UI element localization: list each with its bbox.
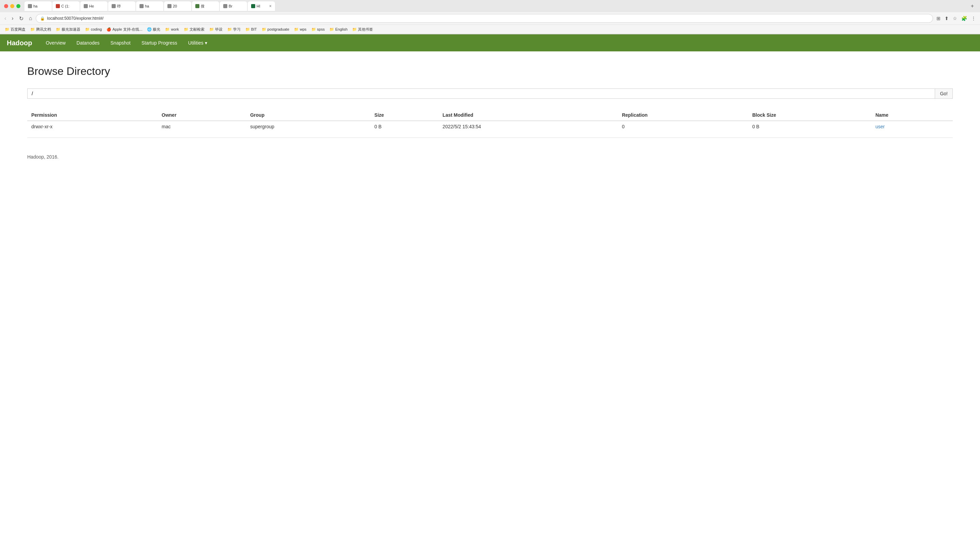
tab-favicon — [84, 4, 88, 8]
cell-replication: 0 — [618, 121, 748, 132]
bookmark-label: 腾讯文档 — [36, 27, 51, 32]
bookmark-button[interactable]: ☆ — [951, 15, 959, 22]
col-permission: Permission — [27, 110, 158, 121]
bookmark-item-coding[interactable]: 📁 coding — [83, 27, 104, 32]
file-link-user[interactable]: user — [875, 124, 885, 129]
browser-tab[interactable]: 搜 — [192, 2, 219, 11]
hadoop-brand[interactable]: Hadoop — [7, 39, 32, 47]
cell-owner: mac — [158, 121, 246, 132]
tab-close-icon[interactable]: × — [269, 4, 271, 8]
minimize-button[interactable] — [10, 4, 14, 8]
nav-link-startup-progress[interactable]: Startup Progress — [136, 36, 183, 50]
extensions-button[interactable]: 🧩 — [960, 15, 969, 22]
browser-tab[interactable]: 哔 — [108, 2, 136, 11]
maximize-button[interactable] — [16, 4, 20, 8]
browser-tab-active[interactable]: Hl × — [248, 2, 275, 11]
directory-path-input[interactable] — [27, 89, 935, 99]
footer: Hadoop, 2016. — [27, 154, 953, 160]
browser-tab[interactable]: He — [80, 2, 108, 11]
bookmark-label: BIT — [251, 27, 257, 31]
bookmark-item-bit[interactable]: 📁 BIT — [243, 27, 259, 32]
go-button[interactable]: Go! — [935, 89, 953, 99]
bookmark-label: work — [171, 27, 179, 31]
forward-button[interactable]: › — [10, 15, 15, 22]
lock-icon: 🔒 — [40, 16, 45, 21]
bookmark-item-spss[interactable]: 📁 spss — [309, 27, 327, 32]
folder-icon: 📁 — [312, 27, 316, 32]
bookmark-label: 学习 — [233, 27, 241, 32]
bookmark-item-xuexi[interactable]: 📁 学习 — [225, 26, 243, 33]
title-bar: ha C (1: He 哔 ha 20 — [0, 0, 980, 12]
bookmark-item-baidupan[interactable]: 📁 百度网盘 — [3, 26, 27, 33]
nav-link-utilities[interactable]: Utilities ▾ — [183, 36, 213, 50]
reload-button[interactable]: ↻ — [17, 15, 25, 23]
table-header: Permission Owner Group Size Last Modifie… — [27, 110, 953, 121]
bookmark-label: spss — [317, 27, 325, 31]
bookmark-item-bishe[interactable]: 📁 毕设 — [207, 26, 224, 33]
browser-tab[interactable]: ha — [24, 2, 52, 11]
globe-icon: 🌐 — [147, 27, 152, 32]
bookmark-item-jiguang[interactable]: 📁 极光加速器 — [54, 26, 82, 33]
tab-favicon — [195, 4, 199, 8]
close-button[interactable] — [4, 4, 8, 8]
bookmark-item-tencent[interactable]: 📁 腾讯文档 — [28, 26, 53, 33]
traffic-lights — [4, 4, 20, 8]
bookmark-item-jiguang2[interactable]: 🌐 极光 — [145, 26, 162, 33]
folder-icon: 📁 — [184, 27, 189, 32]
bookmark-label: 百度网盘 — [11, 27, 26, 32]
bookmark-item-other[interactable]: 📁 其他书签 — [350, 26, 375, 33]
bookmark-item-wenxian[interactable]: 📁 文献检索 — [182, 26, 207, 33]
folder-icon: 📁 — [294, 27, 299, 32]
bookmark-item-postgrad[interactable]: 📁 postgraduate — [260, 27, 291, 32]
dropdown-caret-icon: ▾ — [205, 40, 207, 45]
nav-link-snapshot[interactable]: Snapshot — [105, 36, 136, 50]
utilities-label: Utilities — [188, 40, 203, 45]
tab-label: 搜 — [201, 4, 216, 9]
back-button[interactable]: ‹ — [3, 15, 8, 22]
address-bar[interactable]: 🔒 localhost:50070/explorer.html#/ — [36, 14, 933, 23]
tab-favicon — [111, 4, 116, 8]
bookmark-item-english[interactable]: 📁 English — [327, 27, 349, 32]
browser-tab[interactable]: 20 — [164, 2, 191, 11]
folder-icon: 📁 — [56, 27, 61, 32]
col-replication: Replication — [618, 110, 748, 121]
bookmark-item-wps[interactable]: 📁 wps — [292, 27, 308, 32]
folder-icon: 📁 — [329, 27, 334, 32]
nav-link-overview[interactable]: Overview — [40, 36, 71, 50]
bookmarks-bar: 📁 百度网盘 📁 腾讯文档 📁 极光加速器 📁 coding 🍎 Apple 支… — [0, 24, 980, 34]
home-button[interactable]: ⌂ — [27, 15, 34, 22]
bookmark-item-work[interactable]: 📁 work — [163, 27, 181, 32]
new-tab-button[interactable]: + — [969, 3, 976, 9]
address-bar-actions: ⊞ ⬆ ☆ 🧩 ⋮ — [935, 15, 977, 22]
bookmark-item-apple[interactable]: 🍎 Apple 支持-在线... — [105, 26, 144, 33]
table-row: drwxr-xr-x mac supergroup 0 B 2022/5/2 1… — [27, 121, 953, 132]
hadoop-navbar: Hadoop Overview Datanodes Snapshot Start… — [0, 34, 980, 52]
tab-label: Hl — [257, 4, 266, 8]
cell-name: user — [872, 121, 953, 132]
col-size: Size — [370, 110, 438, 121]
bookmark-label: 极光加速器 — [61, 27, 80, 32]
tab-label: He — [89, 4, 104, 8]
nav-link-datanodes[interactable]: Datanodes — [71, 36, 105, 50]
tab-favicon — [139, 4, 144, 8]
browser-tab[interactable]: C (1: — [52, 2, 80, 11]
share-button[interactable]: ⬆ — [943, 15, 950, 22]
tab-label: 哔 — [117, 4, 132, 9]
folder-icon: 📁 — [30, 27, 35, 32]
menu-button[interactable]: ⋮ — [970, 15, 977, 22]
col-block-size: Block Size — [748, 110, 872, 121]
tabs-container: ha C (1: He 哔 ha 20 — [24, 2, 969, 11]
folder-icon: 📁 — [5, 27, 10, 32]
apple-icon: 🍎 — [107, 27, 111, 32]
tab-label: 20 — [173, 4, 188, 8]
browser-tab[interactable]: ha — [136, 2, 163, 11]
tab-favicon — [223, 4, 227, 8]
translate-button[interactable]: ⊞ — [935, 15, 942, 22]
browser-chrome: ha C (1: He 哔 ha 20 — [0, 0, 980, 34]
cell-last-modified: 2022/5/2 15:43:54 — [439, 121, 618, 132]
browser-tab[interactable]: Br — [220, 2, 247, 11]
table-divider — [27, 137, 953, 138]
directory-table: Permission Owner Group Size Last Modifie… — [27, 110, 953, 132]
cell-permission: drwxr-xr-x — [27, 121, 158, 132]
bookmark-label: 文献检索 — [189, 27, 205, 32]
